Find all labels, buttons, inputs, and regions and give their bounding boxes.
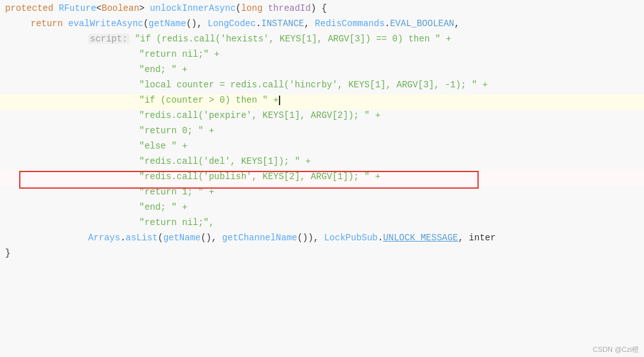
code-token: LongCodec: [207, 18, 256, 29]
code-line: "return 1; " +: [0, 186, 644, 201]
code-token: >: [139, 3, 150, 13]
code-line: }: [0, 247, 644, 263]
code-token: .: [120, 233, 125, 243]
code-token: return: [31, 18, 68, 29]
code-token: "if (redis.call('hexists', KEYS[1], ARGV…: [135, 34, 451, 44]
code-token: (),: [200, 233, 222, 243]
code-token: ()),: [297, 233, 324, 243]
code-token: [262, 3, 267, 13]
code-token: long: [241, 3, 263, 13]
code-token: LockPubSub: [324, 233, 378, 243]
code-viewer: protected RFuture<Boolean> unlockInnerAs…: [0, 0, 644, 357]
code-token: UNLOCK_MESSAGE: [383, 233, 458, 243]
code-token: evalWriteAsync: [68, 18, 144, 29]
code-token: "return nil;" +: [139, 49, 220, 59]
code-line: "if (counter > 0) then " +: [0, 94, 644, 110]
code-token: script:: [88, 34, 130, 44]
code-line: "local counter = redis.call('hincrby', K…: [0, 79, 644, 94]
code-token: RFuture: [59, 3, 96, 13]
code-token: .: [378, 233, 383, 243]
code-line: "redis.call('publish', KEYS[2], ARGV[1])…: [0, 171, 644, 186]
code-token: "redis.call('del', KEYS[1]); " +: [139, 156, 311, 166]
code-token: RedisCommands: [315, 18, 384, 29]
code-token: unlockInnerAsync: [150, 3, 236, 13]
code-token: asList: [126, 233, 158, 243]
code-token: ,: [304, 18, 315, 29]
code-token: protected: [5, 3, 59, 13]
code-line: "end; " +: [0, 64, 644, 79]
code-token: .: [385, 18, 390, 29]
code-line: Arrays.asList(getName(), getChannelName(…: [0, 232, 644, 247]
code-token: getName: [149, 18, 186, 29]
code-line: protected RFuture<Boolean> unlockInnerAs…: [0, 3, 644, 18]
code-line: "end; " +: [0, 201, 644, 217]
code-token: <: [96, 3, 101, 13]
code-token: }: [5, 248, 10, 258]
code-line: return evalWriteAsync(getName(), LongCod…: [0, 18, 644, 33]
code-token: ,: [454, 18, 460, 29]
code-token: "else " +: [139, 141, 188, 151]
code-token: (: [158, 233, 163, 243]
text-cursor: [279, 96, 280, 105]
code-token: threadId: [268, 3, 311, 13]
code-token: INSTANCE: [261, 18, 304, 29]
code-line: "return nil;",: [0, 217, 644, 232]
code-token: "return 1; " +: [139, 187, 214, 197]
code-token: (: [236, 3, 241, 13]
code-token: getName: [163, 233, 201, 243]
code-line: script: "if (redis.call('hexists', KEYS[…: [0, 33, 644, 48]
code-token: "if (counter > 0) then " +: [139, 95, 278, 105]
code-line: "return nil;" +: [0, 48, 644, 64]
code-token: ) {: [311, 3, 327, 13]
code-line: "redis.call('del', KEYS[1]); " +: [0, 156, 644, 171]
code-token: "redis.call('pexpire', KEYS[1], ARGV[2])…: [139, 110, 380, 120]
code-line: "redis.call('pexpire', KEYS[1], ARGV[2])…: [0, 110, 644, 125]
code-token: "return 0; " +: [139, 126, 214, 136]
code-token: "local counter = redis.call('hincrby', K…: [139, 80, 488, 90]
code-token: (: [143, 18, 148, 29]
watermark: CSDN @Czi橙: [593, 345, 639, 354]
code-token: [130, 34, 135, 44]
code-token: Arrays: [88, 233, 120, 243]
code-line: "return 0; " +: [0, 125, 644, 140]
code-token: (),: [186, 18, 208, 29]
code-line: "else " +: [0, 140, 644, 156]
code-token: Boolean: [101, 3, 139, 13]
code-token: getChannelName: [222, 233, 297, 243]
code-token: "return nil;",: [139, 217, 214, 228]
code-token: "end; " +: [139, 202, 188, 212]
code-token: inter: [469, 233, 496, 243]
code-token: EVAL_BOOLEAN: [390, 18, 454, 29]
code-token: "redis.call('publish', KEYS[2], ARGV[1])…: [139, 171, 380, 182]
code-token: "end; " +: [139, 64, 188, 75]
code-token: ,: [458, 233, 469, 243]
